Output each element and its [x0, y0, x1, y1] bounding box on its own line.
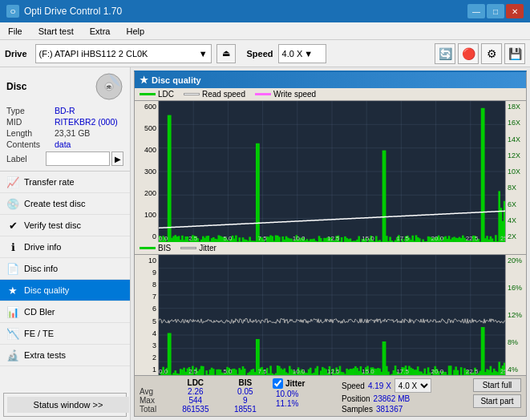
write-speed-label: Write speed — [273, 90, 316, 99]
drive-selector[interactable]: (F:) ATAPI iHBS112 2 CL0K ▼ — [35, 44, 212, 63]
stats-ldc-header: LDC — [168, 378, 223, 387]
bottom-chart-legend: BIS Jitter — [135, 242, 526, 255]
panel-title: Disc quality — [152, 75, 201, 85]
disc-section: Disc BD Type BD-R MID RITEKBR2 (000) Len… — [0, 67, 130, 172]
nav-fe-te[interactable]: 📉 FE / TE — [0, 323, 130, 345]
bis-color — [140, 247, 156, 249]
speed-value: 4.0 X — [282, 49, 303, 59]
nav-cd-bler[interactable]: 📊 CD Bler — [0, 301, 130, 323]
stats-section: LDC BIS Avg 2.26 0.05 Max 544 9 — [135, 375, 526, 416]
disc-quality-panel: ★ Disc quality LDC Read speed Write spee… — [134, 71, 527, 417]
burn-button[interactable]: 🔴 — [458, 43, 479, 64]
disc-header: Disc BD — [6, 72, 123, 101]
nav-create-test-disc-label: Create test disc — [24, 199, 85, 208]
disc-length-label: Length — [6, 128, 55, 138]
eject-button[interactable]: ⏏ — [216, 44, 236, 63]
top-chart-y-right: 18X 16X 14X 12X 10X 8X 6X 4X 2X — [505, 101, 526, 242]
start-part-button[interactable]: Start part — [473, 394, 521, 408]
menu-start-test[interactable]: Start test — [34, 25, 79, 38]
disc-title: Disc — [6, 81, 26, 92]
nav-cd-bler-label: CD Bler — [24, 307, 55, 317]
speed-text-label: Speed — [342, 382, 365, 390]
disc-type-label: Type — [6, 106, 55, 115]
disc-mid-row: MID RITEKBR2 (000) — [6, 117, 123, 127]
drive-select-text: (F:) ATAPI iHBS112 2 CL0K — [39, 49, 197, 59]
nav-disc-quality-label: Disc quality — [24, 285, 69, 295]
legend-bis: BIS — [140, 244, 171, 252]
disc-type-row: Type BD-R — [6, 106, 123, 115]
position-label: Position — [342, 394, 370, 403]
stats-max-jitter: 11.1% — [273, 399, 337, 408]
close-button[interactable]: ✕ — [506, 4, 524, 18]
position-row: Position 23862 MB — [342, 394, 431, 403]
menu-bar: File Start test Extra Help — [0, 22, 530, 40]
read-speed-label: Read speed — [202, 90, 245, 99]
drive-info-icon: ℹ — [6, 240, 19, 253]
nav-disc-quality[interactable]: ★ Disc quality — [0, 280, 130, 301]
speed-selector[interactable]: 4.0 X ▼ — [278, 44, 326, 63]
maximize-button[interactable]: □ — [487, 4, 504, 18]
transfer-rate-icon: 📈 — [6, 176, 19, 188]
nav-verify-test-disc[interactable]: ✔ Verify test disc — [0, 215, 130, 236]
status-window-button[interactable]: Status window >> — [7, 397, 129, 413]
speed-position-section: Speed 4.19 X 4.0 X 2.0 X 8.0 X Position … — [342, 378, 431, 414]
nav-extra-tests[interactable]: 🔬 Extra tests — [0, 345, 130, 366]
panel-header-icon: ★ — [140, 75, 148, 86]
drive-label: Drive — [5, 49, 27, 59]
nav-transfer-rate[interactable]: 📈 Transfer rate — [0, 172, 130, 193]
action-buttons-section: Start full Start part — [473, 378, 521, 408]
svg-text:BD: BD — [107, 85, 112, 90]
stats-total-label: Total — [140, 405, 168, 414]
samples-val: 381367 — [376, 405, 403, 414]
settings-button[interactable]: ⚙ — [481, 43, 502, 64]
content-area: ★ Disc quality LDC Read speed Write spee… — [131, 67, 530, 420]
disc-type-val: BD-R — [55, 106, 75, 115]
title-bar: O Opti Drive Control 1.70 — □ ✕ — [0, 0, 530, 22]
refresh-button[interactable]: 🔄 — [435, 43, 455, 64]
bis-label: BIS — [158, 244, 171, 252]
speed-display: 4.19 X — [368, 382, 391, 390]
disc-label-row: Label ▶ — [6, 151, 123, 166]
top-chart-legend: LDC Read speed Write speed — [135, 88, 526, 101]
cd-bler-icon: 📊 — [6, 305, 19, 318]
top-chart-canvas — [159, 101, 505, 242]
menu-file[interactable]: File — [3, 25, 27, 38]
title-bar-controls[interactable]: — □ ✕ — [467, 4, 524, 18]
disc-contents-label: Contents — [6, 139, 55, 149]
menu-extra[interactable]: Extra — [85, 25, 115, 38]
app-icon: O — [6, 5, 19, 18]
app-title: Opti Drive Control 1.70 — [24, 6, 122, 17]
nav-extra-tests-label: Extra tests — [24, 350, 66, 360]
jitter-checkbox[interactable] — [273, 378, 283, 389]
stats-table: LDC BIS Avg 2.26 0.05 Max 544 9 — [140, 378, 268, 414]
nav-disc-info[interactable]: 📄 Disc info — [0, 258, 130, 280]
speed-select-stat[interactable]: 4.0 X 2.0 X 8.0 X — [394, 378, 431, 393]
bottom-chart-canvas — [159, 255, 505, 375]
disc-quality-icon: ★ — [6, 284, 19, 297]
minimize-button[interactable]: — — [467, 4, 485, 18]
top-chart-main — [159, 101, 505, 242]
create-test-disc-icon: 💿 — [6, 197, 19, 210]
stats-avg-ldc: 2.26 — [168, 387, 223, 396]
nav-drive-info[interactable]: ℹ Drive info — [0, 236, 130, 258]
disc-label-input[interactable] — [46, 151, 110, 166]
nav-verify-test-disc-label: Verify test disc — [24, 220, 81, 230]
menu-help[interactable]: Help — [121, 25, 149, 38]
label-go-button[interactable]: ▶ — [111, 151, 123, 166]
ldc-color — [140, 93, 156, 95]
speed-dropdown-icon: ▼ — [304, 49, 313, 59]
legend-write-speed: Write speed — [255, 90, 316, 99]
jitter-section: Jitter 10.0% 11.1% — [273, 378, 337, 408]
jitter-color — [180, 247, 196, 249]
save-button[interactable]: 💾 — [504, 43, 525, 64]
jitter-header-label: Jitter — [285, 379, 305, 388]
nav-section: 📈 Transfer rate 💿 Create test disc ✔ Ver… — [0, 172, 130, 390]
stats-max-label: Max — [140, 396, 168, 405]
bottom-chart-area: 10 9 8 7 6 5 4 3 2 1 20% 16% 12% — [135, 255, 526, 375]
stats-max-bis: 9 — [223, 396, 268, 405]
stats-total-ldc: 861535 — [168, 405, 223, 414]
disc-length-row: Length 23,31 GB — [6, 128, 123, 138]
jitter-label: Jitter — [199, 244, 216, 252]
nav-create-test-disc[interactable]: 💿 Create test disc — [0, 193, 130, 215]
start-full-button[interactable]: Start full — [473, 378, 521, 392]
